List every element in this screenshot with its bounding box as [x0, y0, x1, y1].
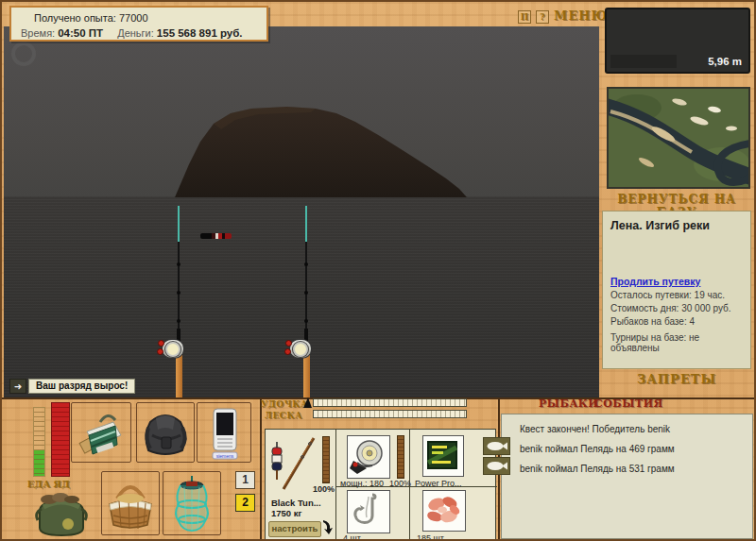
slot-tackle-box[interactable]: [71, 402, 131, 463]
rod-tip: [305, 206, 307, 244]
reel-item-box[interactable]: [347, 435, 390, 479]
location-aerial-photo[interactable]: [607, 87, 750, 189]
location-title: Лена. Изгиб реки: [610, 219, 743, 232]
float-on-water[interactable]: [200, 233, 232, 239]
time-label: Время:: [21, 27, 55, 39]
rod-name: Black Tun...: [271, 498, 321, 508]
hook-item-box[interactable]: [347, 490, 390, 533]
configure-button[interactable]: настроить: [268, 521, 321, 537]
stats-panel: Получено опыта: 77000 Время: 04:50 ПТ Де…: [9, 6, 268, 42]
basket-icon: [102, 472, 159, 534]
window-mode-button[interactable]: П: [518, 10, 531, 24]
event-message: Квест закончен! Победитель benik: [520, 424, 670, 434]
fish-caught-icon: [483, 457, 510, 475]
rod-slot-1-button[interactable]: 1: [235, 471, 255, 489]
rod-durability-meter: [322, 436, 330, 483]
extend-permit-link[interactable]: Продлить путевку: [610, 276, 743, 287]
game-window: ➜ Ваш разряд вырос! Получено опыта: 7700…: [0, 0, 756, 541]
fish-caught-icon: [483, 437, 510, 455]
rod-item-icon[interactable]: [268, 434, 319, 493]
tackle-panel: 100% Black Tun... 1750 кг настроить мощн…: [265, 429, 496, 540]
reel-durability-meter: [397, 435, 404, 479]
rod-condition: 100%: [313, 484, 335, 494]
event-message: benik поймал Пелядь на 531 грамм: [520, 464, 675, 474]
slot-phone[interactable]: siemens: [197, 402, 251, 463]
sonar-panel[interactable]: 5,96 m: [605, 8, 750, 74]
rod-tension-bar: [313, 398, 467, 407]
permit-left-line: Осталось путевки: 19 час.: [610, 290, 743, 300]
svg-text:siemens: siemens: [216, 453, 234, 459]
poison-meter: [51, 402, 70, 477]
money-label: Деньги:: [117, 27, 154, 39]
rod-bar-marker: [303, 397, 312, 408]
event-message: benik поймал Пелядь на 469 грамм: [520, 444, 675, 454]
time-money-row: Время: 04:50 ПТ Деньги: 155 568 891 руб.: [21, 27, 265, 39]
menu-button[interactable]: МЕНЮ: [554, 8, 608, 23]
fishing-rod-right[interactable]: [287, 204, 325, 398]
hooks-count: 4 шт.: [343, 533, 362, 541]
rod-test: 1750 кг: [271, 508, 302, 518]
tab-events[interactable]: СОБЫТИЯ: [594, 397, 663, 410]
tournaments-line: Турниры на базе: не объявлены: [610, 332, 743, 353]
reel-power: мощн.: 180: [340, 479, 384, 488]
fishermen-count-line: Рыбаков на базе: 4: [610, 316, 743, 327]
tackle-box-icon: [72, 403, 130, 462]
fishing-scene[interactable]: ➜ Ваш разряд вырос!: [4, 26, 599, 398]
watermark: [11, 42, 36, 66]
bans-button[interactable]: ЗАПРЕТЫ: [597, 372, 756, 386]
line-tension-bar: [313, 410, 467, 418]
rod-tip: [178, 206, 180, 244]
food-meter: [33, 407, 45, 477]
slot-basket[interactable]: [101, 471, 160, 535]
reel-item-icon: [348, 436, 387, 476]
bait-item-icon: [423, 491, 463, 529]
bait-item-box[interactable]: [422, 490, 466, 532]
rank-notification[interactable]: Ваш разряд вырос!: [28, 379, 135, 394]
island: [169, 103, 472, 198]
line-bar-label: ЛЕСКА: [261, 411, 302, 420]
slot-keepnet[interactable]: [163, 471, 221, 535]
experience-label: Получено опыта:: [34, 12, 116, 24]
help-button[interactable]: ?: [536, 10, 549, 24]
backpack-icon: [137, 403, 194, 462]
rod-slot-2-button[interactable]: 2: [235, 494, 255, 512]
notification-arrow-icon: ➜: [9, 379, 26, 394]
slot-backpack[interactable]: [136, 402, 195, 463]
time-value: 04:50 ПТ: [58, 27, 103, 39]
money-value: 155 568 891 руб.: [157, 27, 243, 39]
line-name: Power Pro...: [415, 479, 462, 488]
hook-item-icon: [348, 491, 387, 531]
fishing-rod-left[interactable]: [160, 204, 198, 398]
day-cost-line: Стоимость дня: 30 000 руб.: [610, 303, 743, 313]
location-info-panel: Лена. Изгиб реки Продлить путевку Остало…: [602, 211, 751, 369]
cast-arrow-icon[interactable]: [321, 518, 335, 535]
tab-fishermen[interactable]: РЫБАКИ: [539, 397, 598, 410]
depth-value: 5,96 m: [708, 56, 742, 67]
line-item-box[interactable]: [422, 435, 464, 477]
reel-condition: 100%: [389, 479, 411, 488]
rod-bar-label: УДОЧКА: [261, 399, 302, 409]
experience-row: Получено опыта: 77000: [34, 12, 148, 24]
events-feed[interactable]: Квест закончен! Победитель benik benik п…: [501, 414, 753, 539]
cooler-bag-icon[interactable]: [32, 488, 91, 539]
line-item-icon: [423, 436, 461, 474]
phone-icon: siemens: [198, 403, 250, 462]
aerial-photo-image: [609, 89, 748, 187]
keepnet-icon: [163, 472, 220, 534]
bait-count: 185 шт.: [417, 533, 445, 541]
experience-value: 77000: [119, 12, 148, 24]
